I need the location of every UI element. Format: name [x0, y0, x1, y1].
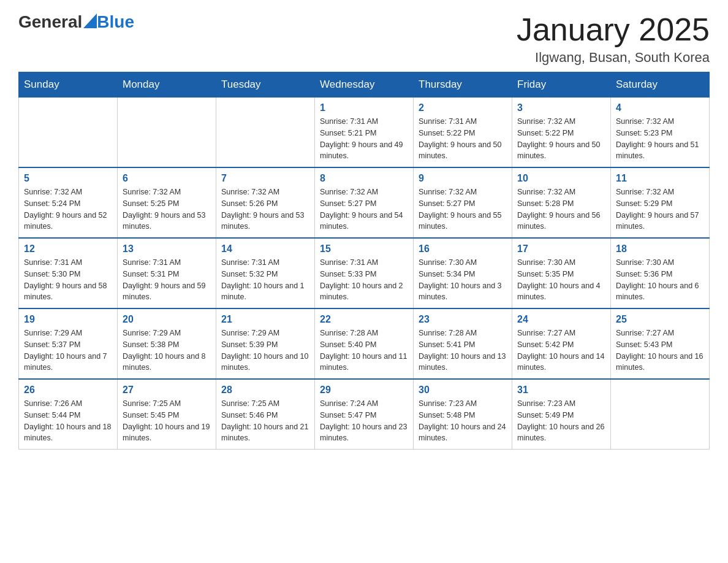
day-number: 27 [123, 385, 211, 396]
day-number: 17 [517, 243, 605, 255]
day-number: 26 [24, 385, 112, 396]
calendar-day-cell: 28Sunrise: 7:25 AM Sunset: 5:46 PM Dayli… [216, 379, 315, 450]
day-info: Sunrise: 7:28 AM Sunset: 5:41 PM Dayligh… [419, 327, 507, 373]
day-number: 9 [419, 173, 507, 184]
day-number: 6 [123, 173, 211, 184]
weekday-header-tuesday: Tuesday [216, 72, 315, 98]
calendar-day-cell: 19Sunrise: 7:29 AM Sunset: 5:37 PM Dayli… [19, 308, 118, 379]
logo-blue: Blue [97, 12, 134, 32]
title-block: January 2025 Ilgwang, Busan, South Korea [517, 12, 710, 66]
logo-general: General [18, 12, 82, 32]
day-number: 15 [320, 243, 408, 255]
day-info: Sunrise: 7:24 AM Sunset: 5:47 PM Dayligh… [320, 398, 408, 444]
day-info: Sunrise: 7:32 AM Sunset: 5:25 PM Dayligh… [123, 186, 211, 232]
logo: General Blue [18, 12, 134, 32]
weekday-header-thursday: Thursday [414, 72, 512, 98]
day-number: 1 [320, 102, 408, 113]
calendar-day-cell: 10Sunrise: 7:32 AM Sunset: 5:28 PM Dayli… [512, 167, 611, 238]
day-info: Sunrise: 7:28 AM Sunset: 5:40 PM Dayligh… [320, 327, 408, 373]
calendar-day-cell: 6Sunrise: 7:32 AM Sunset: 5:25 PM Daylig… [118, 167, 216, 238]
day-number: 13 [123, 243, 211, 255]
day-number: 14 [221, 243, 309, 255]
weekday-header-monday: Monday [118, 72, 216, 98]
calendar-day-cell [19, 98, 118, 168]
day-info: Sunrise: 7:27 AM Sunset: 5:43 PM Dayligh… [616, 327, 704, 373]
weekday-header-friday: Friday [512, 72, 611, 98]
day-number: 28 [221, 385, 309, 396]
day-info: Sunrise: 7:25 AM Sunset: 5:45 PM Dayligh… [123, 398, 211, 444]
day-number: 19 [24, 314, 112, 325]
calendar-day-cell [216, 98, 315, 168]
day-number: 21 [221, 314, 309, 325]
calendar-day-cell: 27Sunrise: 7:25 AM Sunset: 5:45 PM Dayli… [118, 379, 216, 450]
day-info: Sunrise: 7:32 AM Sunset: 5:22 PM Dayligh… [517, 116, 605, 162]
calendar-day-cell: 31Sunrise: 7:23 AM Sunset: 5:49 PM Dayli… [512, 379, 611, 450]
day-number: 30 [419, 385, 507, 396]
day-number: 25 [616, 314, 704, 325]
day-info: Sunrise: 7:32 AM Sunset: 5:27 PM Dayligh… [419, 186, 507, 232]
calendar-week-row: 26Sunrise: 7:26 AM Sunset: 5:44 PM Dayli… [19, 379, 710, 450]
svg-marker-0 [83, 13, 97, 28]
day-number: 29 [320, 385, 408, 396]
calendar-day-cell: 14Sunrise: 7:31 AM Sunset: 5:32 PM Dayli… [216, 238, 315, 308]
day-info: Sunrise: 7:31 AM Sunset: 5:31 PM Dayligh… [123, 257, 211, 303]
day-info: Sunrise: 7:30 AM Sunset: 5:35 PM Dayligh… [517, 257, 605, 303]
calendar-day-cell [118, 98, 216, 168]
day-info: Sunrise: 7:31 AM Sunset: 5:30 PM Dayligh… [24, 257, 112, 303]
day-number: 23 [419, 314, 507, 325]
day-info: Sunrise: 7:27 AM Sunset: 5:42 PM Dayligh… [517, 327, 605, 373]
day-info: Sunrise: 7:29 AM Sunset: 5:37 PM Dayligh… [24, 327, 112, 373]
day-info: Sunrise: 7:32 AM Sunset: 5:27 PM Dayligh… [320, 186, 408, 232]
day-info: Sunrise: 7:25 AM Sunset: 5:46 PM Dayligh… [221, 398, 309, 444]
day-number: 22 [320, 314, 408, 325]
calendar-day-cell: 4Sunrise: 7:32 AM Sunset: 5:23 PM Daylig… [611, 98, 710, 168]
day-info: Sunrise: 7:26 AM Sunset: 5:44 PM Dayligh… [24, 398, 112, 444]
day-info: Sunrise: 7:29 AM Sunset: 5:39 PM Dayligh… [221, 327, 309, 373]
day-info: Sunrise: 7:23 AM Sunset: 5:48 PM Dayligh… [419, 398, 507, 444]
calendar-day-cell: 7Sunrise: 7:32 AM Sunset: 5:26 PM Daylig… [216, 167, 315, 238]
day-number: 4 [616, 102, 704, 113]
day-info: Sunrise: 7:31 AM Sunset: 5:22 PM Dayligh… [419, 116, 507, 162]
calendar-table: SundayMondayTuesdayWednesdayThursdayFrid… [18, 72, 710, 450]
day-number: 20 [123, 314, 211, 325]
day-info: Sunrise: 7:31 AM Sunset: 5:33 PM Dayligh… [320, 257, 408, 303]
calendar-day-cell: 26Sunrise: 7:26 AM Sunset: 5:44 PM Dayli… [19, 379, 118, 450]
day-info: Sunrise: 7:32 AM Sunset: 5:29 PM Dayligh… [616, 186, 704, 232]
calendar-day-cell: 25Sunrise: 7:27 AM Sunset: 5:43 PM Dayli… [611, 308, 710, 379]
calendar-subtitle: Ilgwang, Busan, South Korea [517, 50, 710, 66]
day-number: 7 [221, 173, 309, 184]
day-info: Sunrise: 7:31 AM Sunset: 5:32 PM Dayligh… [221, 257, 309, 303]
weekday-header-sunday: Sunday [19, 72, 118, 98]
calendar-day-cell: 18Sunrise: 7:30 AM Sunset: 5:36 PM Dayli… [611, 238, 710, 308]
logo-triangle-icon [83, 13, 97, 28]
day-number: 8 [320, 173, 408, 184]
day-number: 2 [419, 102, 507, 113]
calendar-day-cell: 8Sunrise: 7:32 AM Sunset: 5:27 PM Daylig… [315, 167, 414, 238]
calendar-day-cell: 9Sunrise: 7:32 AM Sunset: 5:27 PM Daylig… [414, 167, 512, 238]
day-info: Sunrise: 7:31 AM Sunset: 5:21 PM Dayligh… [320, 116, 408, 162]
calendar-day-cell [611, 379, 710, 450]
day-number: 31 [517, 385, 605, 396]
calendar-day-cell: 13Sunrise: 7:31 AM Sunset: 5:31 PM Dayli… [118, 238, 216, 308]
weekday-header-wednesday: Wednesday [315, 72, 414, 98]
day-number: 10 [517, 173, 605, 184]
day-info: Sunrise: 7:32 AM Sunset: 5:23 PM Dayligh… [616, 116, 704, 162]
calendar-day-cell: 12Sunrise: 7:31 AM Sunset: 5:30 PM Dayli… [19, 238, 118, 308]
calendar-day-cell: 23Sunrise: 7:28 AM Sunset: 5:41 PM Dayli… [414, 308, 512, 379]
calendar-day-cell: 1Sunrise: 7:31 AM Sunset: 5:21 PM Daylig… [315, 98, 414, 168]
day-number: 12 [24, 243, 112, 255]
calendar-week-row: 1Sunrise: 7:31 AM Sunset: 5:21 PM Daylig… [19, 98, 710, 168]
calendar-day-cell: 20Sunrise: 7:29 AM Sunset: 5:38 PM Dayli… [118, 308, 216, 379]
calendar-day-cell: 29Sunrise: 7:24 AM Sunset: 5:47 PM Dayli… [315, 379, 414, 450]
day-info: Sunrise: 7:23 AM Sunset: 5:49 PM Dayligh… [517, 398, 605, 444]
calendar-day-cell: 3Sunrise: 7:32 AM Sunset: 5:22 PM Daylig… [512, 98, 611, 168]
day-info: Sunrise: 7:30 AM Sunset: 5:34 PM Dayligh… [419, 257, 507, 303]
page-header: General Blue January 2025 Ilgwang, Busan… [18, 12, 710, 66]
day-number: 18 [616, 243, 704, 255]
day-info: Sunrise: 7:29 AM Sunset: 5:38 PM Dayligh… [123, 327, 211, 373]
calendar-title: January 2025 [517, 12, 710, 47]
day-number: 3 [517, 102, 605, 113]
day-info: Sunrise: 7:32 AM Sunset: 5:28 PM Dayligh… [517, 186, 605, 232]
calendar-day-cell: 11Sunrise: 7:32 AM Sunset: 5:29 PM Dayli… [611, 167, 710, 238]
calendar-day-cell: 24Sunrise: 7:27 AM Sunset: 5:42 PM Dayli… [512, 308, 611, 379]
